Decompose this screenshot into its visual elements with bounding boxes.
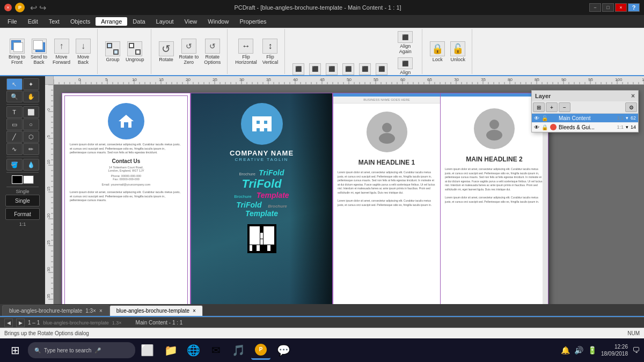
menu-data[interactable]: Data (127, 17, 150, 26)
tool-freehand[interactable]: ✏ (23, 143, 39, 155)
network-icon[interactable]: 🔔 (561, 346, 570, 354)
ribbon-btn-rotate-zero[interactable]: ↺ Rotate toZero (177, 38, 201, 66)
ribbon-btn-align-center[interactable]: ⬛ (307, 62, 323, 76)
layer-tb-view[interactable]: ⊞ (533, 102, 545, 112)
help-button[interactable]: ? (628, 3, 640, 12)
menu-arrange[interactable]: Arrange (96, 17, 127, 26)
ribbon-btn-lock[interactable]: 🔒 Lock (428, 40, 447, 63)
search-box[interactable]: 🔍 Type here to search 🎤 (28, 342, 135, 358)
ribbon-btn-unlock[interactable]: 🔓 Unlock (448, 40, 467, 63)
menu-objects[interactable]: Objects (65, 17, 96, 26)
menu-text[interactable]: Text (43, 17, 65, 26)
layer-row-bleeds[interactable]: 👁 🔒 Bleeds & Gui... 1:1 ▾ 14 (532, 123, 638, 132)
taskbar-app-pcdraft[interactable]: P (251, 341, 270, 360)
format-btn[interactable]: Format (5, 208, 40, 220)
layer-lock-2[interactable]: 🔒 (541, 124, 548, 130)
ribbon-btn-align-again[interactable]: ⬛ AlignAgain (393, 30, 418, 55)
ribbon-btn-ungroup[interactable]: Ungroup (123, 40, 147, 63)
tool-image[interactable]: ⬜ (23, 106, 39, 118)
tab-1-label: blue-angles-brochure-template (9, 308, 82, 314)
ribbon-btn-send-to-back[interactable]: Send toBack (28, 38, 49, 66)
minimize-button[interactable]: − (589, 3, 601, 12)
ribbon-btn-group[interactable]: Group (103, 40, 122, 63)
taskbar-app-music[interactable]: 🎵 (229, 341, 248, 360)
close-window-button[interactable]: × (615, 3, 627, 12)
ribbon-btn-flip-v[interactable]: ↕ FlipVertical (260, 38, 281, 66)
menu-edit[interactable]: Edit (23, 17, 43, 26)
layer-tb-options[interactable]: ⚙ (625, 102, 637, 112)
align-middle-icon: ⬛ (359, 63, 371, 75)
tab-1-close[interactable]: × (99, 308, 103, 314)
tool-oval[interactable]: ○ (23, 119, 39, 130)
tool-bezier[interactable]: ∿ (6, 143, 23, 155)
tool-row-3: T ⬜ (6, 106, 39, 118)
window-controls: − □ × ? (589, 3, 640, 12)
ribbon-btn-align-left[interactable]: ⬛ (290, 62, 306, 76)
view-mode-btn[interactable]: Single (5, 195, 40, 206)
ribbon-btn-align-top[interactable]: ⬛ (340, 62, 356, 76)
menu-properties[interactable]: Properties (234, 17, 272, 26)
menu-file[interactable]: File (2, 17, 23, 26)
ribbon-btn-move-back[interactable]: ↓ MoveBack (74, 38, 93, 66)
tab-2[interactable]: blue-angles-brochure-template × (109, 305, 203, 316)
layer-scale-2: 1:1 (617, 124, 624, 130)
tab-1[interactable]: blue-angles-brochure-template 1:3× × (2, 305, 109, 316)
layer-tb-remove[interactable]: − (559, 102, 570, 112)
ribbon-btn-align-bottom[interactable]: ⬛ (374, 62, 390, 76)
battery-icon[interactable]: 🔋 (588, 346, 597, 354)
person-icon-2 (482, 117, 506, 141)
ribbon-btn-align-right[interactable]: ⬛ (324, 62, 340, 76)
color-bg[interactable] (23, 175, 34, 184)
layer-lock-1[interactable]: 🔓 (541, 115, 548, 121)
taskbar-app-edge[interactable]: 🌐 (184, 341, 203, 360)
layer-arrow-1[interactable]: ▾ (626, 115, 628, 121)
layer-eye-2[interactable]: 👁 (534, 124, 539, 130)
start-button[interactable]: ⊞ (4, 341, 26, 360)
ribbon-btn-align-middle[interactable]: ⬛ (357, 62, 373, 76)
ribbon-btn-flip-h[interactable]: ↔ FlipHorizontal (233, 38, 259, 66)
menu-view[interactable]: View (179, 17, 203, 26)
ribbon-lock-buttons: 🔒 Lock 🔓 Unlock (428, 30, 467, 73)
ribbon-btn-bring-to-front[interactable]: Bring toFront (6, 38, 27, 66)
tool-fill[interactable]: 🪣 (6, 159, 23, 171)
layer-arrow-2[interactable]: ▾ (626, 124, 628, 130)
canvas-scroll[interactable]: Lorem ipsum dolor sit amet, consectetur … (54, 85, 644, 304)
tool-rect[interactable]: ▭ (6, 119, 23, 130)
layer-panel-close[interactable]: × (631, 92, 635, 100)
tool-eyedrop[interactable]: 💧 (23, 159, 39, 171)
undo-button[interactable]: ↩ (30, 3, 37, 13)
ribbon-group-order: Bring toFront Send toBack ↑ MoveForward … (2, 29, 98, 74)
contact-section: Contact Us 14 Tottenham Court Road,Londo… (67, 158, 186, 186)
redo-button[interactable]: ↪ (39, 3, 46, 13)
volume-icon[interactable]: 🔊 (574, 346, 583, 354)
pcdraft-app-icon: P (255, 344, 267, 356)
color-fg[interactable] (12, 175, 23, 184)
taskview-btn[interactable]: ⬜ (137, 341, 157, 360)
taskbar-app-skype[interactable]: 💬 (274, 341, 293, 360)
layer-row-main-content[interactable]: 👁 🔓 Main Content 1:1 ▾ 62 (532, 114, 638, 123)
ribbon-btn-rotate[interactable]: ↺ Rotate (157, 40, 176, 63)
tool-line[interactable]: ╱ (6, 131, 23, 143)
tool-select[interactable]: ↖ (6, 78, 23, 90)
ribbon-btn-rotate-options[interactable]: ↺ RotateOptions (202, 38, 223, 66)
menu-layout[interactable]: Layout (151, 17, 179, 26)
page-next-btn[interactable]: ▶ (16, 319, 25, 327)
menu-window[interactable]: Window (202, 17, 234, 26)
tool-node[interactable]: ✦ (23, 78, 39, 90)
layer-tb-add[interactable]: + (546, 102, 558, 112)
taskbar-app-explorer[interactable]: 📁 (161, 341, 180, 360)
maximize-button[interactable]: □ (602, 3, 614, 12)
ribbon-btn-move-forward[interactable]: ↑ MoveForward (50, 38, 72, 66)
right2-lorem-2: Lorem ipsum dolor sit amet, consectetur … (441, 194, 548, 206)
taskbar-app-mail[interactable]: ✉ (206, 341, 225, 360)
close-button[interactable]: × (4, 4, 12, 11)
tool-text[interactable]: T (6, 106, 23, 118)
tool-poly[interactable]: ⬡ (23, 131, 39, 143)
tab-2-close[interactable]: × (193, 308, 196, 314)
tool-zoom[interactable]: 🔍 (6, 91, 23, 102)
layer-eye-1[interactable]: 👁 (534, 115, 539, 121)
tool-pan[interactable]: ✋ (23, 91, 39, 102)
page-prev-btn[interactable]: ◀ (4, 319, 13, 327)
company-logo-icon (250, 112, 274, 136)
notification-icon[interactable]: 🗨 (632, 346, 640, 354)
